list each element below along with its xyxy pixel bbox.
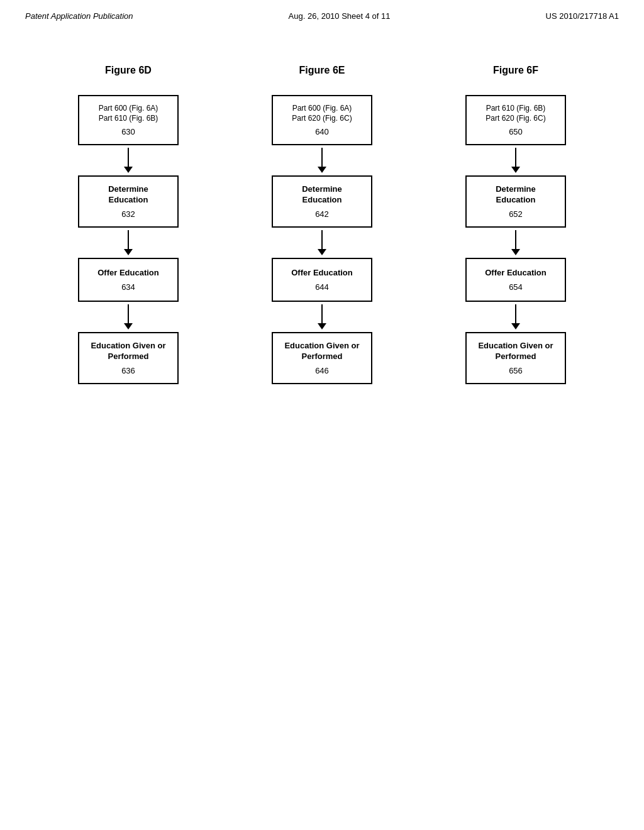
- offer-label-fig6d: Offer Education: [97, 268, 159, 279]
- offer-box-fig6d: Offer Education 634: [78, 258, 179, 302]
- start-box-fig6f: Part 610 (Fig. 6B) Part 620 (Fig. 6C) 65…: [465, 95, 566, 145]
- header-right: US 2010/217718 A1: [546, 11, 619, 21]
- arrow1-fig6d-head: [124, 167, 133, 173]
- arrow3-fig6f: [511, 304, 520, 329]
- arrow2-fig6e-line: [321, 230, 323, 249]
- arrow2-fig6f: [511, 230, 520, 255]
- figure-title-fig6f: Figure 6F: [493, 65, 538, 76]
- arrow2-fig6d: [124, 230, 133, 255]
- offer-number-fig6e: 644: [315, 282, 329, 292]
- diagram-columns: Figure 6D Part 600 (Fig. 6A) Part 610 (F…: [38, 65, 606, 384]
- column-fig6e: Figure 6E Part 600 (Fig. 6A) Part 620 (F…: [231, 65, 413, 384]
- result-number-fig6e: 646: [315, 366, 329, 375]
- result-label-fig6d: Education Given or Performed: [89, 341, 167, 362]
- offer-number-fig6d: 634: [121, 282, 135, 292]
- determine-box-fig6f: Determine Education 652: [465, 175, 566, 228]
- arrow3-fig6d: [124, 304, 133, 329]
- determine-number-fig6f: 652: [509, 209, 523, 219]
- arrow1-fig6f-line: [515, 148, 516, 167]
- offer-box-fig6e: Offer Education 644: [272, 258, 372, 302]
- arrow3-fig6d-line: [128, 304, 129, 323]
- arrow2-fig6e-head: [318, 249, 326, 255]
- offer-number-fig6f: 654: [509, 282, 523, 292]
- figure-title-fig6d: Figure 6D: [105, 65, 152, 76]
- offer-label-fig6e: Offer Education: [291, 268, 353, 279]
- arrow2-fig6d-line: [128, 230, 129, 249]
- arrow1-fig6e-head: [318, 167, 326, 173]
- result-number-fig6f: 656: [509, 366, 523, 375]
- header-center: Aug. 26, 2010 Sheet 4 of 11: [289, 11, 391, 21]
- result-label-fig6f: Education Given or Performed: [477, 341, 555, 362]
- result-number-fig6d: 636: [121, 366, 135, 375]
- arrow3-fig6f-line: [515, 304, 516, 323]
- offer-box-fig6f: Offer Education 654: [465, 258, 566, 302]
- start-number-fig6d: 630: [121, 127, 135, 136]
- determine-number-fig6d: 632: [121, 209, 135, 219]
- arrow3-fig6e-line: [321, 304, 323, 323]
- start-number-fig6e: 640: [315, 127, 329, 136]
- start-number-fig6f: 650: [509, 127, 523, 136]
- start-line1-fig6f: Part 610 (Fig. 6B): [486, 104, 546, 114]
- column-fig6d: Figure 6D Part 600 (Fig. 6A) Part 610 (F…: [38, 65, 219, 384]
- result-box-fig6d: Education Given or Performed 636: [78, 332, 179, 384]
- main-content: Figure 6D Part 600 (Fig. 6A) Part 610 (F…: [0, 27, 644, 409]
- arrow2-fig6f-head: [511, 249, 520, 255]
- determine-label-fig6f: Determine Education: [477, 184, 555, 206]
- determine-label-fig6d: Determine Education: [89, 184, 167, 206]
- arrow1-fig6e: [318, 148, 326, 173]
- start-box-fig6d: Part 600 (Fig. 6A) Part 610 (Fig. 6B) 63…: [78, 95, 179, 145]
- start-box-fig6e: Part 600 (Fig. 6A) Part 620 (Fig. 6C) 64…: [272, 95, 372, 145]
- arrow1-fig6d: [124, 148, 133, 173]
- start-line2-fig6f: Part 620 (Fig. 6C): [486, 114, 545, 124]
- determine-box-fig6d: Determine Education 632: [78, 175, 179, 228]
- result-box-fig6e: Education Given or Performed 646: [272, 332, 372, 384]
- column-fig6f: Figure 6F Part 610 (Fig. 6B) Part 620 (F…: [425, 65, 606, 384]
- result-box-fig6f: Education Given or Performed 656: [465, 332, 566, 384]
- arrow1-fig6f: [511, 148, 520, 173]
- arrow1-fig6f-head: [511, 167, 520, 173]
- offer-label-fig6f: Offer Education: [485, 268, 547, 279]
- arrow2-fig6d-head: [124, 249, 133, 255]
- header-left: Patent Application Publication: [25, 11, 133, 21]
- determine-box-fig6e: Determine Education 642: [272, 175, 372, 228]
- start-line1-fig6e: Part 600 (Fig. 6A): [292, 104, 352, 114]
- start-line2-fig6d: Part 610 (Fig. 6B): [99, 114, 158, 124]
- arrow3-fig6e-head: [318, 323, 326, 329]
- arrow3-fig6d-head: [124, 323, 133, 329]
- start-line1-fig6d: Part 600 (Fig. 6A): [99, 104, 158, 114]
- arrow3-fig6f-head: [511, 323, 520, 329]
- arrow3-fig6e: [318, 304, 326, 329]
- determine-number-fig6e: 642: [315, 209, 329, 219]
- arrow1-fig6d-line: [128, 148, 129, 167]
- start-line2-fig6e: Part 620 (Fig. 6C): [292, 114, 352, 124]
- figure-title-fig6e: Figure 6E: [299, 65, 345, 76]
- result-label-fig6e: Education Given or Performed: [283, 341, 361, 362]
- arrow2-fig6e: [318, 230, 326, 255]
- determine-label-fig6e: Determine Education: [283, 184, 361, 206]
- arrow1-fig6e-line: [321, 148, 323, 167]
- page-header: Patent Application Publication Aug. 26, …: [0, 0, 644, 27]
- arrow2-fig6f-line: [515, 230, 516, 249]
